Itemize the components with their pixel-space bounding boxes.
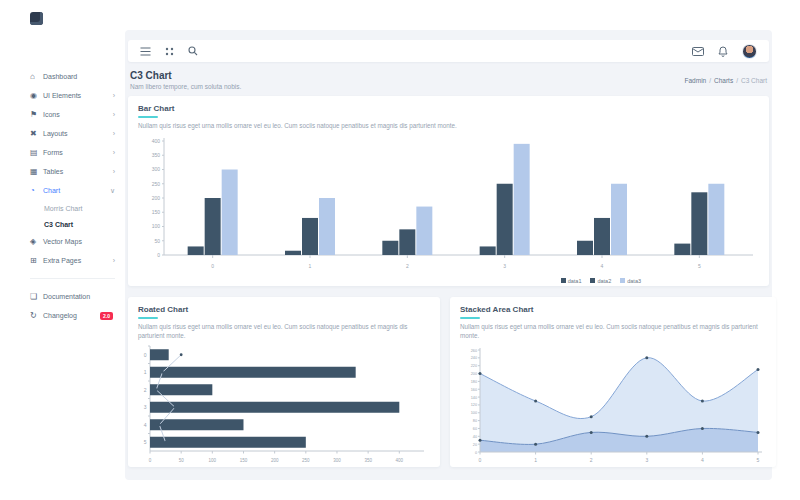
svg-text:350: 350 [364,458,372,463]
svg-text:150: 150 [152,209,161,215]
bell-icon[interactable] [718,46,728,57]
svg-text:4: 4 [144,422,147,428]
legend-item[interactable]: data3 [620,278,641,284]
sidebar-item-icons[interactable]: ⚑ Icons › [30,105,125,124]
legend-item[interactable]: data2 [590,278,611,284]
sidebar-item-changelog[interactable]: ↻ Changelog 2.0 [30,306,125,325]
svg-text:180: 180 [471,380,477,384]
chart-icon: ◔ [30,186,43,195]
chevron-right-icon: › [113,149,125,156]
page-subtitle: Nam libero tempore, cum soluta nobis. [130,83,241,90]
breadcrumb-home-link[interactable]: Fadmin [685,77,707,84]
svg-text:0: 0 [157,251,160,257]
icons-icon: ⚑ [30,110,43,119]
search-icon[interactable] [188,46,198,56]
svg-text:2: 2 [144,387,147,393]
legend-swatch [590,278,595,283]
card-title-underline [460,317,480,319]
sidebar-item-forms[interactable]: ▤ Forms › [30,143,125,162]
legend-item[interactable]: data1 [561,278,582,284]
sidebar-item-label: UI Elements [43,92,113,99]
rotated-chart-canvas: 012345050100150200250300350400 [138,344,430,468]
svg-text:300: 300 [333,458,341,463]
svg-text:350: 350 [152,152,161,158]
svg-text:160: 160 [471,388,477,392]
svg-text:400: 400 [152,137,161,143]
mail-icon[interactable] [692,47,704,56]
stacked-area-chart-svg: 0204060801001201401601802002202402600123… [460,344,766,464]
chevron-right-icon: › [113,168,125,175]
sidebar-item-label: Icons [43,111,113,118]
svg-text:1: 1 [309,263,312,269]
topbar-right [692,44,757,59]
sidebar-subitem-c3-chart[interactable]: C3 Chart [30,216,125,232]
sidebar-item-documentation[interactable]: ❏ Documentation [30,287,125,306]
chevron-right-icon: › [113,130,125,137]
sidebar-item-layouts[interactable]: ✖ Layouts › [30,124,125,143]
sidebar-subitem-morris-chart[interactable]: Morris Chart [30,200,125,216]
breadcrumb-separator: / [736,77,738,84]
svg-text:100: 100 [152,223,161,229]
svg-text:240: 240 [471,356,477,360]
card-description: Nullam quis risus eget urna mollis ornar… [460,323,766,340]
dashboard-icon: ⌂ [30,72,43,81]
sidebar-divider [30,278,115,279]
sidebar-item-chart[interactable]: ◔ Chart ∨ [30,181,125,200]
forms-icon: ▤ [30,148,43,157]
svg-text:250: 250 [152,180,161,186]
svg-text:0: 0 [144,352,147,358]
layouts-icon: ✖ [30,129,43,138]
breadcrumb: Fadmin / Charts / C3 Chart [685,77,767,84]
documentation-icon: ❏ [30,292,43,301]
svg-text:0: 0 [479,457,482,463]
sidebar-item-label: Forms [43,149,113,156]
brand-logo[interactable] [30,12,43,25]
svg-text:80: 80 [473,419,477,423]
sidebar-subitem-label: C3 Chart [44,221,73,228]
svg-text:2: 2 [590,457,593,463]
menu-toggle-icon[interactable] [140,47,151,56]
card-description: Nullam quis risus eget urna mollis ornar… [138,122,759,131]
legend-label: data1 [568,278,582,284]
apps-grid-icon[interactable] [165,47,174,56]
svg-text:140: 140 [471,396,477,400]
card-title: Bar Chart [138,104,759,113]
topbar-left [140,46,198,56]
svg-text:200: 200 [152,194,161,200]
sidebar-item-label: Documentation [43,293,125,300]
svg-text:50: 50 [154,237,160,243]
legend-label: data2 [597,278,611,284]
legend-swatch [561,278,566,283]
user-avatar[interactable] [742,44,757,59]
svg-text:4: 4 [601,263,604,269]
page-head: C3 Chart Nam libero tempore, cum soluta … [130,70,767,90]
svg-text:300: 300 [152,166,161,172]
svg-text:0: 0 [211,263,214,269]
bar-chart-card: Bar Chart Nullam quis risus eget urna mo… [128,96,769,286]
sidebar-item-vector-maps[interactable]: ◈ Vector Maps [30,232,125,251]
sidebar-item-extra-pages[interactable]: ⊞ Extra Pages › [30,251,125,270]
stacked-area-chart-canvas: 0204060801001201401601802002202402600123… [460,344,766,468]
chevron-right-icon: › [113,92,125,99]
svg-text:5: 5 [144,439,147,445]
sidebar-item-tables[interactable]: ▦ Tables › [30,162,125,181]
svg-text:3: 3 [503,263,506,269]
sidebar-item-label: Extra Pages [43,257,113,264]
svg-text:200: 200 [271,458,279,463]
card-title: Stacked Area Chart [460,305,766,314]
svg-text:5: 5 [698,263,701,269]
breadcrumb-separator: / [709,77,711,84]
svg-text:2: 2 [406,263,409,269]
svg-text:20: 20 [473,443,477,447]
breadcrumb-section-link[interactable]: Charts [714,77,733,84]
bar-chart-canvas: 050100150200250300350400012345 [138,135,759,277]
sidebar-item-dashboard[interactable]: ⌂ Dashboard [30,67,125,86]
legend-label: data3 [627,278,641,284]
svg-text:3: 3 [144,404,147,410]
vector-maps-icon: ◈ [30,237,43,246]
svg-text:1: 1 [144,369,147,375]
bar-chart-svg: 050100150200250300350400012345 [138,135,756,273]
breadcrumb-current: C3 Chart [741,77,767,84]
sidebar-item-ui-elements[interactable]: ◉ UI Elements › [30,86,125,105]
svg-text:120: 120 [471,403,477,407]
